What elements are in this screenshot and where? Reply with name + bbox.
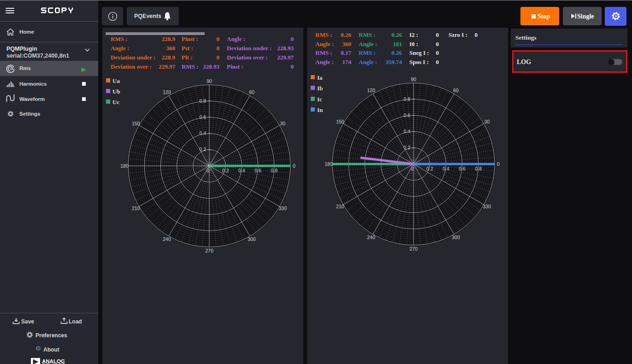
svg-text:0.6: 0.6	[254, 167, 261, 173]
svg-text:0.6: 0.6	[199, 114, 206, 119]
svg-text:0.4: 0.4	[443, 166, 449, 171]
svg-text:0: 0	[293, 163, 295, 168]
svg-text:150: 150	[132, 120, 140, 126]
svg-text:0.6: 0.6	[459, 166, 466, 171]
svg-text:0.2: 0.2	[199, 147, 206, 152]
svg-text:120: 120	[367, 88, 375, 93]
svg-text:0: 0	[497, 161, 500, 167]
svg-text:0.8: 0.8	[199, 98, 206, 103]
svg-text:330: 330	[483, 204, 491, 209]
svg-text:0.2: 0.2	[403, 145, 410, 150]
svg-text:270: 270	[409, 246, 418, 252]
svg-text:0.2: 0.2	[426, 166, 433, 171]
svg-text:0: 0	[207, 167, 209, 173]
svg-text:240: 240	[367, 235, 375, 240]
svg-text:120: 120	[163, 89, 171, 95]
svg-text:0.4: 0.4	[238, 167, 245, 173]
svg-text:180: 180	[120, 163, 129, 168]
svg-text:210: 210	[336, 204, 344, 209]
svg-text:0.8: 0.8	[475, 166, 482, 171]
svg-text:330: 330	[279, 205, 287, 211]
svg-text:300: 300	[452, 235, 460, 240]
svg-text:0.6: 0.6	[403, 112, 410, 118]
svg-text:0.2: 0.2	[222, 167, 229, 173]
svg-text:180: 180	[325, 161, 333, 167]
svg-text:0: 0	[411, 166, 413, 171]
svg-text:90: 90	[411, 76, 416, 82]
svg-text:300: 300	[248, 236, 256, 241]
svg-text:240: 240	[163, 236, 171, 241]
svg-text:270: 270	[205, 247, 213, 253]
svg-text:150: 150	[336, 119, 344, 124]
svg-text:30: 30	[280, 120, 285, 126]
svg-text:60: 60	[249, 89, 254, 95]
svg-text:0.8: 0.8	[403, 96, 410, 102]
svg-text:60: 60	[453, 88, 459, 93]
svg-text:90: 90	[207, 78, 212, 83]
svg-text:0.4: 0.4	[199, 130, 206, 136]
svg-text:0.8: 0.8	[271, 167, 278, 173]
svg-text:210: 210	[132, 205, 140, 211]
svg-text:30: 30	[484, 119, 490, 124]
svg-text:0.4: 0.4	[403, 129, 410, 134]
